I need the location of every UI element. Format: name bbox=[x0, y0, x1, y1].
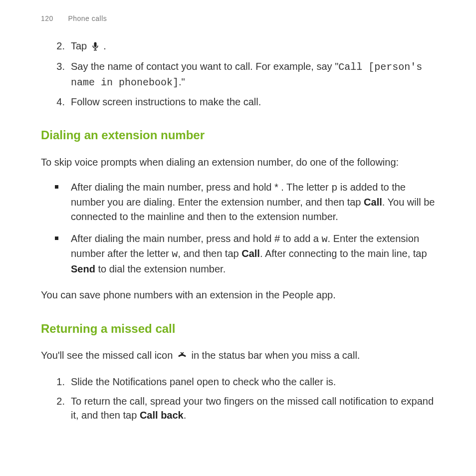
missed-intro-a: You'll see the missed call icon bbox=[41, 350, 176, 361]
mic-icon bbox=[92, 40, 99, 54]
missed-step-2-a: To return the call, spread your two fing… bbox=[71, 396, 434, 421]
page-header: 120 Phone calls bbox=[41, 14, 435, 24]
missed-call-icon bbox=[178, 350, 187, 364]
step-3: Say the name of contact you want to call… bbox=[68, 59, 435, 90]
b2-text-a: After dialing the main number, press and… bbox=[71, 233, 322, 244]
missed-call-steps: Slide the Notifications panel open to ch… bbox=[41, 375, 435, 422]
dial-ext-bullets: After dialing the main number, press and… bbox=[41, 180, 435, 276]
step-2-text-prefix: Tap bbox=[71, 40, 90, 51]
step-4-text: Follow screen instructions to make the c… bbox=[71, 96, 261, 107]
missed-intro-b: in the status bar when you miss a call. bbox=[189, 350, 360, 361]
b1-text-a: After dialing the main number, press and… bbox=[71, 182, 331, 193]
b1-call-label: Call bbox=[364, 197, 382, 208]
b2-text-d: . After connecting to the main line, tap bbox=[260, 248, 427, 259]
missed-step-1-text: Slide the Notifications panel open to ch… bbox=[71, 376, 336, 387]
step-2-text-suffix: . bbox=[101, 40, 106, 51]
page-number: 120 bbox=[41, 14, 66, 24]
b2-send-label: Send bbox=[71, 263, 95, 274]
missed-step-1: Slide the Notifications panel open to ch… bbox=[68, 375, 435, 389]
missed-intro: You'll see the missed call icon in the s… bbox=[41, 348, 435, 364]
missed-step-2-callback: Call back bbox=[140, 410, 184, 421]
heading-returning-missed-call: Returning a missed call bbox=[41, 320, 435, 337]
b2-text-e: to dial the extension number. bbox=[95, 263, 226, 274]
svg-rect-0 bbox=[94, 42, 96, 47]
b2-letter-w1: w bbox=[322, 234, 328, 245]
step-3-text-a: Say the name of contact you want to call… bbox=[71, 61, 338, 72]
heading-dialing-extension: Dialing an extension number bbox=[41, 127, 435, 144]
voice-call-steps: Tap . Say the name of contact you want t… bbox=[41, 39, 435, 109]
dial-ext-intro: To skip voice prompts when dialing an ex… bbox=[41, 155, 435, 169]
header-section-title: Phone calls bbox=[68, 14, 107, 22]
b2-text-c: , and then tap bbox=[178, 248, 241, 259]
step-3-text-b: ." bbox=[179, 76, 185, 87]
dial-ext-bullet-2: After dialing the main number, press and… bbox=[68, 232, 435, 276]
step-4: Follow screen instructions to make the c… bbox=[68, 95, 435, 109]
dial-ext-outro: You can save phone numbers with an exten… bbox=[41, 288, 435, 302]
b2-call-label: Call bbox=[241, 248, 260, 259]
step-2: Tap . bbox=[68, 39, 435, 54]
b1-letter-p: p bbox=[331, 182, 337, 194]
b2-letter-w2: w bbox=[172, 248, 178, 260]
missed-step-2-b: . bbox=[184, 410, 187, 421]
document-page: 120 Phone calls Tap . Say the name of co… bbox=[0, 0, 476, 466]
missed-step-2: To return the call, spread your two fing… bbox=[68, 394, 435, 423]
dial-ext-bullet-1: After dialing the main number, press and… bbox=[68, 180, 435, 224]
